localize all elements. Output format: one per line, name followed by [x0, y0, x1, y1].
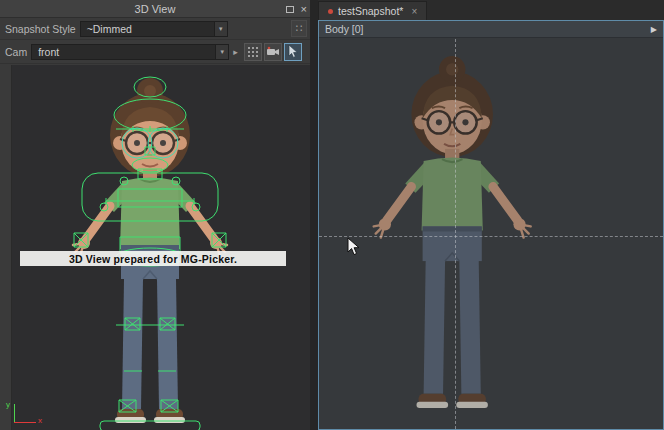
grid-dots-icon: [247, 46, 259, 58]
y-axis-line: [14, 404, 15, 422]
axis-indicator: y x: [4, 400, 56, 430]
select-tool-button[interactable]: [284, 43, 302, 61]
crosshair-vertical: [455, 39, 456, 429]
snapshot-style-row: Snapshot Style ~Dimmed ▼ ∷: [0, 18, 310, 40]
snapshot-camera-button[interactable]: [264, 43, 282, 61]
snapshot-panel: testSnapshot* × Body [0] ▶: [318, 0, 664, 430]
snapshot-style-value: ~Dimmed: [87, 23, 132, 35]
character-with-rig: [12, 65, 310, 430]
3d-viewport[interactable]: 3D View prepared for MG-Picker. y x: [0, 65, 310, 430]
mouse-cursor-icon: [347, 237, 361, 257]
chevron-down-icon[interactable]: ▼: [215, 45, 228, 59]
expand-arrow-icon[interactable]: ▸: [233, 47, 238, 57]
viewport-message: 3D View prepared for MG-Picker.: [69, 253, 237, 265]
cam-label: Cam: [5, 46, 27, 58]
camera-row: Cam front ▼ ▸: [0, 40, 310, 64]
character-snapshot-dimmed: [319, 39, 663, 429]
3d-view-titlebar[interactable]: 3D View ×: [0, 0, 310, 18]
viewport-message-banner: 3D View prepared for MG-Picker.: [20, 251, 286, 266]
3d-view-panel: 3D View × Snapshot Style ~Dimmed ▼ ∷ Cam…: [0, 0, 310, 430]
body-group-label: Body [0]: [325, 23, 364, 35]
panel-menu-button[interactable]: ∷: [291, 20, 307, 37]
panel-title: 3D View: [135, 3, 176, 15]
app-window: 3D View × Snapshot Style ~Dimmed ▼ ∷ Cam…: [0, 0, 664, 430]
camera-value: front: [38, 46, 59, 58]
grid-toggle-button[interactable]: [244, 43, 262, 61]
chevron-down-icon[interactable]: ▼: [214, 22, 227, 36]
y-axis-label: y: [6, 400, 10, 409]
viewport-gutter: [0, 65, 12, 430]
camera-dropdown[interactable]: front ▼: [31, 44, 229, 60]
snapshot-tabbar: testSnapshot* ×: [318, 0, 664, 20]
tab-close-icon[interactable]: ×: [411, 6, 417, 17]
tab-label: testSnapshot*: [338, 5, 403, 17]
snapshot-style-label: Snapshot Style: [5, 23, 76, 35]
close-icon[interactable]: ×: [301, 4, 307, 15]
tab-testsnapshot[interactable]: testSnapshot* ×: [318, 1, 427, 20]
modified-dot-icon: [328, 9, 333, 14]
x-axis-label: x: [38, 416, 42, 425]
snapshot-style-dropdown[interactable]: ~Dimmed ▼: [80, 21, 228, 37]
snapshot-frame: Body [0] ▶: [318, 20, 664, 430]
expander-triangle-icon[interactable]: ▶: [651, 25, 657, 34]
snapshot-viewport[interactable]: [319, 39, 663, 429]
float-window-icon[interactable]: [286, 6, 294, 13]
body-group-header[interactable]: Body [0] ▶: [319, 21, 663, 38]
x-axis-line: [14, 422, 36, 423]
camera-icon: [266, 46, 280, 58]
cursor-icon: [287, 45, 299, 58]
crosshair-horizontal: [319, 236, 663, 237]
